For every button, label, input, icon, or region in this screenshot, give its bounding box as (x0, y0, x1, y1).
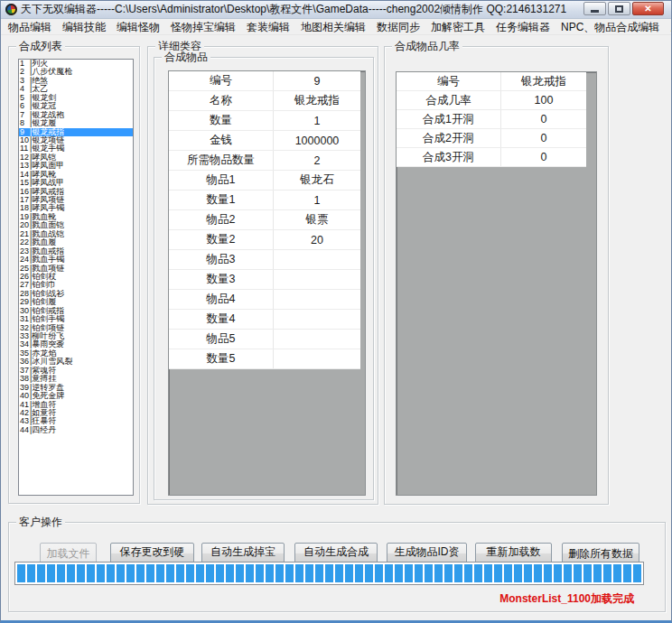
list-item[interactable]: 27|铂剑巾 (19, 281, 133, 289)
menu-item[interactable]: 编辑技能 (57, 19, 111, 36)
menu-item[interactable]: 编辑怪物 (111, 19, 165, 36)
menu-item[interactable]: 刷装备 (665, 19, 672, 36)
grid-row[interactable]: 合成几率100 (397, 91, 586, 110)
grid-row[interactable]: 编号9 (169, 71, 360, 91)
app-window: 天下无双编辑器-----C:\Users\Administrator\Deskt… (0, 0, 672, 623)
menu-item[interactable]: 地图相关编辑 (295, 19, 371, 36)
list-item[interactable]: 1|列火 (19, 60, 133, 68)
list-item[interactable]: 3|绝煞 (19, 77, 133, 85)
list-item[interactable]: 19|戮血靴 (19, 213, 133, 221)
list-item[interactable]: 42|如意符 (19, 409, 133, 417)
grid-row[interactable]: 物品1银龙石 (169, 171, 360, 191)
list-item[interactable]: 21|戮血战铠 (19, 230, 133, 238)
list-item[interactable]: 25|戮血项链 (19, 265, 133, 273)
grid-row[interactable]: 数量5 (169, 349, 360, 369)
grid-row[interactable]: 金钱1000000 (169, 131, 360, 151)
list-item[interactable]: 8|银龙履 (19, 119, 133, 127)
list-item[interactable]: 38|意搏挂 (19, 375, 133, 383)
list-item[interactable]: 28|铂剑战衫 (19, 290, 133, 298)
grid-row[interactable]: 数量1 (169, 111, 360, 131)
maximize-icon (615, 5, 623, 13)
menu-item[interactable]: NPC、物品合成编辑 (555, 19, 665, 36)
list-item[interactable]: 41|增血符 (19, 401, 133, 409)
menu-item[interactable]: 加解密工具 (425, 19, 490, 36)
grid-row[interactable]: 合成1开洞0 (397, 110, 586, 129)
list-item[interactable]: 16|哮凤戒指 (19, 188, 133, 196)
list-item[interactable]: 14|哮凤靴 (19, 171, 133, 179)
progress-bar-fill (17, 564, 641, 582)
grid-row[interactable]: 合成3开洞0 (397, 148, 586, 167)
list-item[interactable]: 37|紫魂符 (19, 367, 133, 375)
grid-cell: 合成1开洞 (397, 110, 500, 128)
title-bar[interactable]: 天下无双编辑器-----C:\Users\Administrator\Deskt… (1, 1, 671, 19)
list-item[interactable]: 23|戮血戒指 (19, 247, 133, 256)
grid-cell: 数量 (169, 111, 273, 130)
list-item[interactable]: 10|银龙项链 (19, 136, 133, 144)
grid-cell: 数量2 (169, 230, 273, 249)
grid-cell: 20 (273, 230, 360, 249)
list-item[interactable]: 39|逆转罗盘 (19, 384, 133, 392)
list-item[interactable]: 11|银龙手镯 (19, 144, 133, 153)
menu-item[interactable]: 任务编辑器 (490, 19, 555, 36)
client-ops-groupbox: 客户操作 加载文件保存更改到硬盘自动生成掉宝文档自动生成合成文档生成物品ID资料… (8, 522, 666, 612)
list-item[interactable]: 30|铂剑戒指 (19, 307, 133, 315)
grid-cell: 物品1 (169, 171, 273, 190)
list-item[interactable]: 7|银龙战袍 (19, 111, 133, 119)
list-item[interactable]: 31|铂剑手镯 (19, 315, 133, 323)
grid-row[interactable]: 数量11 (169, 191, 360, 210)
synth-item-grid[interactable]: 编号9名称银龙戒指数量1金钱1000000所需物品数量2物品1银龙石数量11物品… (168, 70, 366, 496)
grid-row[interactable]: 编号银龙戒指 (397, 72, 586, 91)
grid-row[interactable]: 物品2银票 (169, 210, 360, 230)
app-icon (5, 4, 17, 15)
progress-bar (14, 562, 644, 585)
close-button[interactable]: ✕ (632, 2, 664, 15)
list-item[interactable]: 20|戮血面铠 (19, 221, 133, 229)
grid-row[interactable]: 物品4 (169, 290, 360, 310)
list-item[interactable]: 43|狂暴符 (19, 417, 133, 425)
list-item[interactable]: 18|哮凤手镯 (19, 204, 133, 212)
detail-groupbox: 详细类容 合成物品 编号9名称银龙戒指数量1金钱1000000所需物品数量2物品… (147, 46, 378, 505)
list-item[interactable]: 9|银龙戒指 (19, 128, 133, 136)
list-item[interactable]: 22|戮血履 (19, 238, 133, 246)
list-item[interactable]: 15|哮凤战甲 (19, 179, 133, 187)
list-item[interactable]: 26|铂剑杖 (19, 273, 133, 281)
chance-grid[interactable]: 编号银龙戒指合成几率100合成1开洞0合成2开洞0合成3开洞0 (396, 71, 597, 496)
list-item[interactable]: 5|银龙剑 (19, 94, 133, 102)
grid-cell (273, 330, 360, 349)
minimize-button[interactable] (583, 2, 606, 15)
list-item[interactable]: 17|哮凤项链 (19, 196, 133, 204)
maximize-button[interactable] (608, 2, 630, 15)
menu-item[interactable]: 怪物掉宝编辑 (165, 19, 241, 36)
grid-row[interactable]: 物品3 (169, 250, 360, 270)
list-item[interactable]: 33|柳叶纷飞 (19, 332, 133, 340)
grid-row[interactable]: 数量4 (169, 310, 360, 330)
synth-listbox[interactable]: 1|列火2|八步伏魔枪3|绝煞4|太乙5|银龙剑6|银龙冠7|银龙战袍8|银龙履… (18, 59, 134, 496)
grid-row[interactable]: 物品5 (169, 330, 360, 349)
list-item[interactable]: 34|暴雨突袭 (19, 340, 133, 349)
window-controls: ✕ (583, 2, 664, 15)
list-item[interactable]: 44|四经丹 (19, 426, 133, 434)
list-item[interactable]: 6|银龙冠 (19, 102, 133, 110)
list-item[interactable]: 40|免死金牌 (19, 392, 133, 400)
menu-item[interactable]: 套装编辑 (241, 19, 295, 36)
grid-row[interactable]: 数量220 (169, 230, 360, 250)
list-item[interactable]: 35|赤龙焰 (19, 349, 133, 358)
list-item[interactable]: 4|太乙 (19, 85, 133, 93)
grid-cell: 金钱 (169, 131, 273, 150)
synth-list-groupbox: 合成列表 1|列火2|八步伏魔枪3|绝煞4|太乙5|银龙剑6|银龙冠7|银龙战袍… (8, 46, 140, 504)
list-item[interactable]: 29|铂剑履 (19, 298, 133, 306)
grid-row[interactable]: 名称银龙戒指 (169, 91, 360, 111)
list-item[interactable]: 2|八步伏魔枪 (19, 68, 133, 76)
menu-item[interactable]: 物品编辑 (3, 19, 57, 36)
menu-item[interactable]: 数据同步 (371, 19, 425, 36)
grid-row[interactable]: 所需物品数量2 (169, 151, 360, 171)
list-item[interactable]: 12|哮凤铠 (19, 153, 133, 162)
list-item[interactable]: 36|冰川雪风裂 (19, 358, 133, 366)
grid-cell: 1 (273, 191, 360, 209)
list-item[interactable]: 13|哮凤面甲 (19, 162, 133, 170)
list-item[interactable]: 24|戮血手镯 (19, 256, 133, 264)
grid-cell: 银龙戒指 (273, 91, 360, 110)
grid-row[interactable]: 合成2开洞0 (397, 129, 586, 148)
grid-row[interactable]: 数量3 (169, 270, 360, 290)
list-item[interactable]: 32|铂剑项链 (19, 324, 133, 332)
